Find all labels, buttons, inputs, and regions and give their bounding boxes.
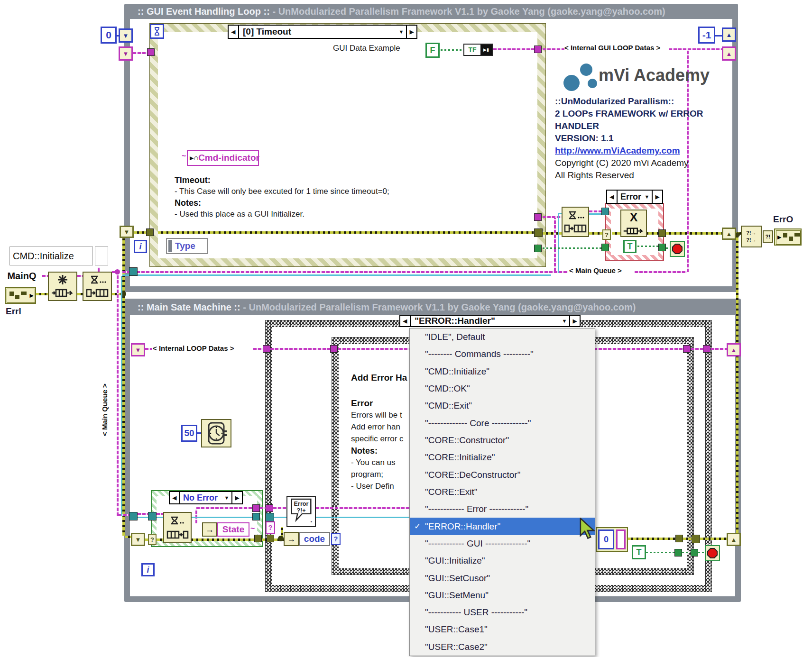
- error-wire: [36, 293, 48, 295]
- stop-button[interactable]: [705, 545, 720, 561]
- menu-item[interactable]: "CMD::Initialize": [410, 363, 595, 380]
- error-case-selector[interactable]: ◀ Error ▼ ▶: [606, 190, 663, 204]
- error-dialog-icon[interactable]: Error?!+*: [286, 496, 316, 527]
- error-out-indicator[interactable]: ▶: [774, 228, 802, 246]
- menu-item[interactable]: "-------- Commands ---------": [410, 346, 595, 363]
- wait-ms-constant[interactable]: 50: [181, 425, 197, 442]
- stop-button[interactable]: [670, 241, 685, 257]
- timeout-next-constant[interactable]: -1: [698, 27, 715, 44]
- menu-item[interactable]: "USER::Case2": [410, 639, 595, 656]
- menu-item-label: "-------- Commands ---------": [425, 349, 534, 359]
- error-wire: [158, 231, 535, 234]
- dropdown-icon[interactable]: ▼: [642, 191, 652, 203]
- error-wire: [700, 538, 727, 540]
- event-timeout-terminal-icon[interactable]: [150, 24, 164, 39]
- labview-block-diagram: :: GUI Event Handling Loop :: - UnModula…: [0, 0, 812, 657]
- mainq-label-box[interactable]: MainQ: [1, 268, 42, 284]
- tunnel: [601, 208, 609, 215]
- timeout-constant[interactable]: 0: [101, 27, 117, 44]
- dropdown-icon[interactable]: ▼: [397, 26, 406, 38]
- state-indicator[interactable]: State: [217, 522, 249, 537]
- menu-item[interactable]: "------------- Core ------------": [410, 415, 595, 432]
- case-selector-dropdown-menu[interactable]: "IDLE", Default "-------- Commands -----…: [409, 328, 595, 656]
- next-case-icon[interactable]: ▶: [231, 492, 242, 503]
- menu-item[interactable]: "GUI::Initialize": [410, 552, 595, 569]
- dropdown-icon[interactable]: ▼: [222, 492, 231, 503]
- shift-register-up-icon[interactable]: ▲: [722, 27, 736, 42]
- menu-item[interactable]: "CORE::Initialize": [410, 449, 595, 466]
- cmd-initialize-constant[interactable]: CMD::Initialize: [8, 245, 110, 267]
- state-case-selector[interactable]: ◀ "ERROR::Handler" ▼ ▶: [399, 315, 581, 327]
- cmd-initialize-text[interactable]: CMD::Initialize: [9, 246, 93, 265]
- next-case-icon[interactable]: ▶: [569, 316, 580, 326]
- menu-item[interactable]: "CMD::Exit": [410, 397, 595, 414]
- error-wire: [134, 231, 146, 234]
- code-indicator[interactable]: code: [299, 532, 330, 546]
- menu-item[interactable]: "IDLE", Default: [410, 328, 595, 346]
- next-case-icon[interactable]: ▶: [652, 191, 662, 203]
- iteration-terminal[interactable]: i: [141, 563, 155, 576]
- error-cluster-constant[interactable]: 0: [596, 527, 628, 552]
- event-data-type-node[interactable]: Type: [166, 238, 208, 254]
- true-constant[interactable]: T: [623, 240, 637, 253]
- dequeue-element-icon[interactable]: [163, 512, 192, 543]
- wait-ms-icon[interactable]: [201, 419, 231, 447]
- internal-gui-loop-datas-label: < Internal GUI LOOP Datas >: [564, 44, 660, 52]
- no-error-case-selector[interactable]: ◀ No Error ▼ ▶: [169, 491, 243, 504]
- enqueue-element-icon[interactable]: [83, 272, 112, 301]
- iteration-terminal[interactable]: i: [134, 240, 147, 253]
- menu-item[interactable]: "CORE::Constructor": [410, 432, 595, 449]
- code-terminal-arrow-icon[interactable]: →: [284, 532, 299, 546]
- prev-case-icon[interactable]: ◀: [229, 26, 239, 38]
- tf-glyph: TF: [464, 45, 480, 55]
- flush-queue-icon[interactable]: [562, 207, 589, 237]
- menu-item-label: "CMD::OK": [425, 383, 470, 394]
- shift-register-down-icon[interactable]: ▼: [131, 533, 145, 546]
- tunnel: [263, 345, 270, 353]
- sr-up-glyph: ▲: [726, 32, 732, 38]
- prev-case-icon[interactable]: ◀: [607, 191, 618, 203]
- shift-register-down-icon[interactable]: ▼: [120, 226, 134, 238]
- cmd-indicator-node[interactable]: ▶ ⌂ Cmd-indicator: [187, 150, 259, 166]
- cmd-indicator-terminal[interactable]: [172, 150, 181, 166]
- menu-item[interactable]: "------------ Error ------------": [410, 501, 595, 518]
- menu-item[interactable]: "----------- USER -----------": [410, 604, 595, 621]
- no-error-case-label: No Error: [180, 492, 222, 503]
- next-case-icon[interactable]: ▶: [406, 26, 416, 38]
- shift-register-up-icon[interactable]: ▲: [722, 46, 736, 61]
- error-note-line: specific error c: [351, 434, 404, 444]
- release-queue-icon[interactable]: X: [620, 210, 647, 237]
- shift-register-up-icon[interactable]: ▲: [722, 228, 736, 240]
- event-case-selector[interactable]: ◀ [0] Timeout ▼ ▶: [228, 25, 417, 39]
- tunnel: [534, 213, 542, 221]
- shift-register-up-icon[interactable]: ▲: [727, 343, 741, 356]
- mvi-url-link[interactable]: http://www.mViAcademy.com: [555, 146, 680, 156]
- state-terminal-arrow-icon[interactable]: →: [202, 522, 217, 537]
- menu-item-selected[interactable]: ✓"ERROR::Handler": [410, 518, 595, 535]
- prev-case-icon[interactable]: ◀: [400, 316, 411, 326]
- menu-item[interactable]: "GUI::SetMenu": [410, 587, 595, 604]
- obtain-queue-icon[interactable]: [48, 272, 77, 301]
- menu-item[interactable]: "CORE::Exit": [410, 484, 595, 501]
- menu-item[interactable]: "USER::Case1": [410, 621, 595, 638]
- shift-register-down-icon[interactable]: ▼: [119, 28, 133, 43]
- tunnel: [674, 549, 682, 557]
- shift-register-down-icon[interactable]: ▼: [119, 46, 133, 61]
- menu-item[interactable]: "------------ GUI --------------": [410, 535, 595, 552]
- error-in-control[interactable]: ▶: [5, 287, 36, 304]
- shift-register-down-icon[interactable]: ▼: [131, 343, 145, 356]
- menu-item[interactable]: "CORE::DeConstructor": [410, 466, 595, 484]
- shift-register-up-icon[interactable]: ▲: [727, 533, 741, 546]
- error-source-constant[interactable]: [616, 529, 626, 549]
- false-constant[interactable]: F: [425, 43, 440, 58]
- menu-item[interactable]: "GUI::SetCusor": [410, 569, 595, 586]
- bundle-boolean-icon[interactable]: TF ▶▮: [463, 44, 493, 56]
- true-constant[interactable]: T: [632, 545, 646, 559]
- dropdown-icon[interactable]: ▼: [560, 316, 569, 326]
- error-code-constant[interactable]: 0: [598, 529, 614, 549]
- prev-case-icon[interactable]: ◀: [170, 492, 180, 503]
- merge-errors-icon[interactable]: ?!→ ?!→: [741, 226, 762, 247]
- menu-item[interactable]: "CMD::OK": [410, 380, 595, 397]
- svg-text:?!+: ?!+: [296, 507, 305, 514]
- control-arrow-icon: ▶: [30, 292, 34, 299]
